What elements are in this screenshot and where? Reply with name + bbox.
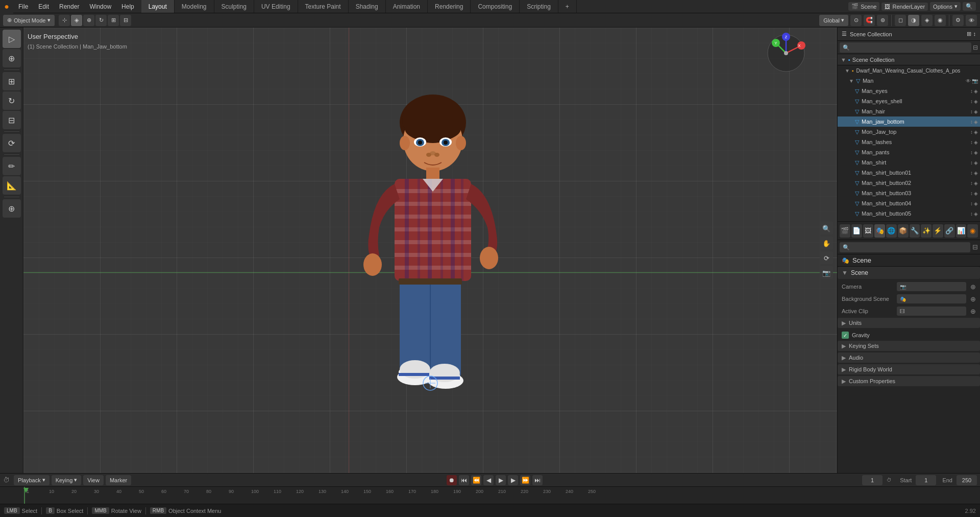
world-props-icon[interactable]: 🌐 (886, 224, 897, 238)
outliner-item-man-pants[interactable]: ▽ Man_pants ↕ ◈ (838, 147, 980, 157)
solid-btn[interactable]: ◑ (908, 15, 919, 26)
orbit-btn[interactable]: ⟳ (820, 251, 833, 265)
gravity-checkbox[interactable]: ✓ (842, 332, 849, 339)
workspace-add[interactable]: + (558, 0, 577, 13)
workspace-rendering[interactable]: Rendering (428, 0, 471, 13)
units-section-header[interactable]: ▶ Units (838, 318, 980, 328)
data-props-icon[interactable]: 📊 (956, 224, 967, 238)
physics-props-icon[interactable]: ⚡ (933, 224, 943, 238)
outliner-filter-btn[interactable]: ⊟ (973, 44, 978, 51)
menu-file[interactable]: File (13, 0, 33, 13)
scale-tool[interactable]: ⊞ (108, 15, 119, 26)
outliner-item-man[interactable]: ▼ ▽ Man 👁 📷 (838, 76, 980, 86)
outliner-item-man-eyes-shell[interactable]: ▽ Man_eyes_shell ↕ ◈ (838, 96, 980, 106)
scene-props-icon[interactable]: 🎭 (874, 224, 885, 238)
options-btn[interactable]: Options▾ (930, 2, 961, 11)
rigid-body-world-header[interactable]: ▶ Rigid Body World (838, 364, 980, 374)
custom-properties-header[interactable]: ▶ Custom Properties (838, 376, 980, 386)
workspace-modeling[interactable]: Modeling (175, 0, 214, 13)
workspace-animation[interactable]: Animation (386, 0, 428, 13)
gizmo-btn[interactable]: 👁 (966, 15, 977, 26)
annotate-tool-left[interactable]: ✏ (3, 157, 21, 175)
timeline-ruler[interactable]: 1 10 20 30 40 50 60 70 80 90 100 110 120… (0, 487, 980, 504)
snap-btn[interactable]: 🧲 (864, 15, 875, 26)
menu-edit[interactable]: Edit (33, 0, 54, 13)
timeline-marker-tab[interactable]: Marker (106, 475, 131, 485)
bg-scene-value[interactable]: 🎭 (897, 294, 966, 303)
active-clip-value[interactable]: 🎞 (897, 307, 966, 316)
measure-tool-left[interactable]: 📐 (3, 176, 21, 195)
timeline-view-tab[interactable]: View (83, 475, 104, 485)
workspace-scripting[interactable]: Scripting (520, 0, 558, 13)
keying-sets-header[interactable]: ▶ Keying Sets (838, 341, 980, 351)
bg-scene-select-btn[interactable]: ⊕ (970, 295, 976, 303)
transform-tool[interactable]: ⊟ (120, 15, 131, 26)
outliner-item-root[interactable]: ▼ ▪ Dwarf_Man_Wearing_Casual_Clothes_A_p… (838, 65, 980, 76)
workspace-compositing[interactable]: Compositing (471, 0, 520, 13)
audio-header[interactable]: ▶ Audio (838, 353, 980, 363)
workspace-texture-paint[interactable]: Texture Paint (298, 0, 349, 13)
transform-tool-left[interactable]: ⟳ (3, 134, 21, 152)
pan-btn[interactable]: ✋ (820, 237, 833, 250)
material-props-icon[interactable]: ◉ (967, 224, 978, 238)
workspace-sculpting[interactable]: Sculpting (214, 0, 254, 13)
props-filter-icon[interactable]: ⊟ (972, 243, 978, 251)
viewport[interactable]: User Perspective (1) Scene Collection | … (23, 28, 837, 473)
global-dropdown[interactable]: Global▾ (819, 15, 848, 26)
wireframe-btn[interactable]: ◻ (895, 15, 906, 26)
prev-frame-btn[interactable]: ◀ (483, 475, 494, 485)
move-tool-left[interactable]: ⊞ (3, 72, 21, 90)
workspace-uv-editing[interactable]: UV Editing (254, 0, 298, 13)
constraint-props-icon[interactable]: 🔗 (944, 224, 955, 238)
restrict-render-icon[interactable]: ↕ (970, 88, 973, 94)
workspace-layout[interactable]: Layout (141, 0, 175, 13)
zoom-in-btn[interactable]: 🔍 (820, 222, 833, 235)
play-btn[interactable]: ▶ (496, 475, 506, 485)
jump-end-btn[interactable]: ⏭ (532, 475, 543, 485)
outliner-search[interactable] (840, 42, 971, 53)
menu-render[interactable]: Render (54, 0, 84, 13)
pivot-btn[interactable]: ⊙ (850, 15, 862, 26)
filter-icon[interactable]: ⊞ (967, 31, 971, 37)
camera-view-btn[interactable]: 📷 (820, 266, 833, 279)
move-tool[interactable]: ⊕ (83, 15, 94, 26)
end-frame-input[interactable] (957, 475, 977, 485)
outliner-item-man-shirt-btn04[interactable]: ▽ Man_shirt_button04 ↕ ◈ (838, 198, 980, 208)
overlay-btn[interactable]: ⚙ (952, 15, 964, 26)
current-frame-input[interactable] (862, 475, 883, 485)
cursor-tool[interactable]: ⊹ (59, 15, 70, 26)
prev-keyframe-btn[interactable]: ⏪ (471, 475, 481, 485)
menu-help[interactable]: Help (116, 0, 139, 13)
outliner-item-man-shirt[interactable]: ▽ Man_shirt ↕ ◈ (838, 157, 980, 168)
outliner-item-man-shirt-btn02[interactable]: ▽ Man_shirt_button02 ↕ ◈ (838, 178, 980, 188)
output-props-icon[interactable]: 📄 (851, 224, 862, 238)
scale-tool-left[interactable]: ⊟ (3, 111, 21, 129)
record-btn[interactable]: ⏺ (447, 475, 457, 485)
visibility-icon[interactable]: 👁 (966, 78, 971, 84)
outliner-item-mon-jaw-top[interactable]: ▽ Mon_Jaw_top ↕ ◈ (838, 127, 980, 137)
particle-props-icon[interactable]: ✨ (921, 224, 932, 238)
search-btn[interactable]: 🔍 (963, 2, 976, 11)
menu-window[interactable]: Window (84, 0, 116, 13)
select-tool[interactable]: ◈ (71, 15, 82, 26)
props-search-input[interactable] (840, 242, 970, 252)
next-frame-btn[interactable]: ▶ (508, 475, 518, 485)
outliner-item-man-hair[interactable]: ▽ Man_hair ↕ ◈ (838, 106, 980, 116)
add-tool-left[interactable]: ⊕ (3, 199, 21, 218)
modifier-props-icon[interactable]: 🔧 (910, 224, 920, 238)
rotate-tool[interactable]: ↻ (95, 15, 107, 26)
object-props-icon[interactable]: 📦 (898, 224, 909, 238)
outliner-item-man-eyes[interactable]: ▽ Man_eyes ↕ ◈ (838, 86, 980, 96)
sort-icon[interactable]: ↕ (973, 31, 976, 37)
scene-collection-root[interactable]: ▼ ▪ Scene Collection (838, 54, 980, 65)
camera-value[interactable]: 📷 (897, 282, 966, 291)
restrict-viewport-icon[interactable]: ◈ (974, 88, 978, 94)
outliner-item-man-shirt-btn03[interactable]: ▽ Man_shirt_button03 ↕ ◈ (838, 188, 980, 198)
next-keyframe-btn[interactable]: ⏩ (520, 475, 530, 485)
outliner-item-man-lashes[interactable]: ▽ Man_lashes ↕ ◈ (838, 137, 980, 147)
render-layer-selector[interactable]: 🖼 RenderLayer (881, 3, 928, 11)
outliner-item-man-shirt-btn05[interactable]: ▽ Man_shirt_button05 ↕ ◈ (838, 208, 980, 219)
nav-gizmo[interactable]: X Y Z (766, 33, 806, 74)
proportional-edit-btn[interactable]: ⊚ (877, 15, 888, 26)
workspace-shading[interactable]: Shading (349, 0, 386, 13)
